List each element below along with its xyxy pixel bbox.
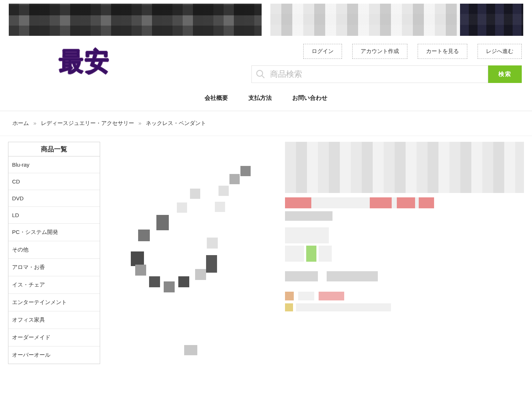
banner-ad-left[interactable] [9, 4, 262, 36]
view-cart-button[interactable]: カートを見る [418, 44, 467, 59]
search-input[interactable] [266, 67, 484, 81]
sidebar: 商品一覧 Blu-ray CD DVD LD PC・システム開発 その他 アロマ… [8, 142, 100, 364]
search-button[interactable]: 検索 [488, 65, 522, 83]
login-button[interactable]: ログイン [303, 44, 342, 59]
sidebar-item[interactable]: PC・システム開発 [8, 224, 100, 241]
sidebar-item[interactable]: LD [8, 207, 100, 224]
sidebar-category-list: Blu-ray CD DVD LD PC・システム開発 その他 アロマ・お香 イ… [8, 156, 100, 364]
sidebar-item[interactable]: イス・チェア [8, 276, 100, 294]
sidebar-item[interactable]: DVD [8, 190, 100, 207]
sidebar-item[interactable]: Blu-ray [8, 156, 100, 173]
svg-point-0 [257, 71, 263, 76]
sidebar-item[interactable]: CD [8, 173, 100, 190]
nav-payment[interactable]: 支払方法 [248, 94, 272, 102]
sidebar-item[interactable]: オフィス家具 [8, 311, 100, 329]
breadcrumb-home[interactable]: ホーム [12, 120, 29, 126]
svg-line-1 [262, 76, 265, 78]
sidebar-title: 商品一覧 [8, 142, 100, 156]
sidebar-item[interactable]: その他 [8, 241, 100, 259]
site-logo[interactable]: 最安 [59, 45, 111, 79]
product-image [105, 142, 281, 357]
breadcrumb-category-1[interactable]: レディースジュエリー・アクセサリー [41, 120, 134, 126]
banner-ad-right[interactable] [270, 4, 523, 36]
breadcrumb-sep-icon: » [138, 120, 141, 126]
stock-status-blurred [306, 246, 316, 262]
sidebar-item[interactable]: オーダーメイド [8, 329, 100, 346]
sidebar-item[interactable]: オーバーオール [8, 346, 100, 364]
nav-company[interactable]: 会社概要 [205, 94, 228, 102]
price-label-blurred [285, 197, 311, 208]
checkout-button[interactable]: レジへ進む [478, 44, 522, 59]
breadcrumb: ホーム » レディースジュエリー・アクセサリー » ネックレス・ペンダント [0, 111, 532, 136]
sidebar-item[interactable]: エンターテインメント [8, 294, 100, 311]
nav-contact[interactable]: お問い合わせ [292, 94, 327, 102]
breadcrumb-sep-icon: » [33, 120, 36, 126]
product-title-blurred [285, 142, 524, 193]
product-info-panel [285, 142, 524, 357]
search-icon [255, 69, 266, 79]
breadcrumb-category-2[interactable]: ネックレス・ペンダント [146, 120, 206, 126]
create-account-button[interactable]: アカウント作成 [352, 44, 407, 59]
sidebar-item[interactable]: アロマ・お香 [8, 259, 100, 276]
